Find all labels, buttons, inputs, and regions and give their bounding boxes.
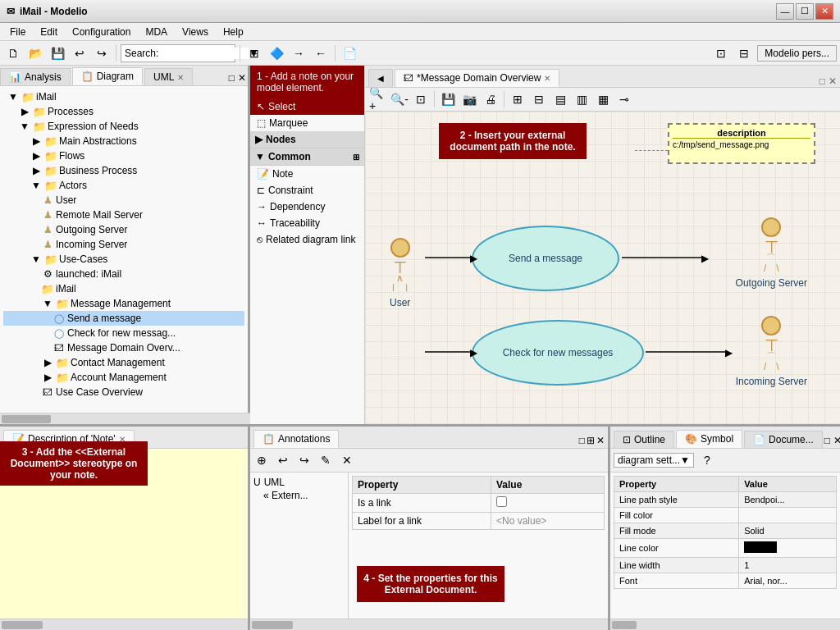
tree-item-usecases[interactable]: ▼ 📁 Use-Cases bbox=[3, 252, 244, 267]
dtb-btn4[interactable]: ▥ bbox=[572, 89, 591, 109]
toolbar-btn4[interactable]: ← bbox=[311, 43, 331, 63]
diagram-canvas[interactable]: 2 - Insert your external document path i… bbox=[365, 111, 840, 424]
tree-item-mainabs[interactable]: ▶ 📁 Main Abstractions bbox=[3, 134, 244, 148]
tool-note[interactable]: 📝 Note bbox=[250, 166, 364, 182]
diagram-tab-close[interactable]: ✕ bbox=[544, 74, 550, 83]
save-diagram-button[interactable]: 💾 bbox=[438, 89, 458, 109]
print-button[interactable]: 🖨 bbox=[481, 89, 500, 109]
zoom-out-button[interactable]: 🔍- bbox=[390, 89, 409, 109]
toolbar-btn1[interactable]: ⊞ bbox=[244, 43, 264, 63]
tree-item-accountmgmt[interactable]: ▶ 📁 Account Management bbox=[3, 370, 244, 385]
menu-configuration[interactable]: Configuration bbox=[66, 25, 137, 39]
menu-file[interactable]: File bbox=[3, 25, 32, 39]
diagram-panel-close[interactable]: ✕ bbox=[829, 75, 837, 87]
tree-item-imail[interactable]: ▼ 📁 iMail bbox=[3, 89, 244, 104]
left-scrollbar[interactable] bbox=[0, 413, 250, 424]
grid-button[interactable]: ⊞ bbox=[508, 89, 527, 109]
tree-item-user[interactable]: ♟ User bbox=[3, 193, 244, 208]
tree-item-checkmsg[interactable]: ◯ Check for new messag... bbox=[3, 326, 244, 340]
menu-mda[interactable]: MDA bbox=[139, 25, 174, 39]
menu-views[interactable]: Views bbox=[176, 25, 215, 39]
toolbar-redo[interactable]: ↪ bbox=[92, 43, 112, 63]
tree-item-contactmgmt[interactable]: ▶ 📁 Contact Management bbox=[3, 355, 244, 370]
tree-item-msgdomain[interactable]: 🗠 Message Domain Overv... bbox=[3, 340, 244, 355]
tab-outline[interactable]: ⊡ Outline bbox=[614, 431, 674, 448]
tree-panel[interactable]: ▼ 📁 iMail ▶ 📁 Processes ▼ 📁 Expression o… bbox=[0, 86, 248, 413]
toolbar-btn2[interactable]: 🔷 bbox=[267, 43, 286, 63]
tool-related[interactable]: ⎋ Related diagram link bbox=[250, 231, 364, 248]
actor-user[interactable]: ⊤ ∧ / \ User bbox=[390, 238, 410, 308]
prop-fillmode-value[interactable]: Solid bbox=[739, 523, 837, 539]
tab-uml[interactable]: UML ✕ bbox=[144, 68, 193, 85]
close-button[interactable]: ✕ bbox=[815, 3, 833, 20]
tab-message-domain[interactable]: 🗠 *Message Domain Overview ✕ bbox=[395, 69, 559, 87]
dtb-btn3[interactable]: ▤ bbox=[550, 89, 570, 109]
panel-minimize[interactable]: □ bbox=[229, 72, 235, 84]
tool-constraint[interactable]: ⊏ Constraint bbox=[250, 182, 364, 199]
toolbar-open[interactable]: 📂 bbox=[25, 43, 45, 63]
prop-panel-close[interactable]: ✕ bbox=[833, 435, 840, 446]
toolbar-new[interactable]: 🗋 bbox=[3, 43, 23, 63]
toolbar-perspective1[interactable]: ⊡ bbox=[711, 43, 731, 63]
toolbar-btn3[interactable]: → bbox=[289, 43, 308, 63]
ann-panel-close[interactable]: ✕ bbox=[596, 435, 605, 446]
perspective-button[interactable]: Modelio pers... bbox=[757, 45, 837, 62]
ann-tree-extern[interactable]: « Extern... bbox=[253, 489, 345, 502]
tool-dependency[interactable]: → Dependency bbox=[250, 199, 364, 215]
toolbar-save[interactable]: 💾 bbox=[48, 43, 67, 63]
search-input[interactable] bbox=[158, 48, 249, 59]
tree-item-usecaseoverview[interactable]: 🗠 Use Case Overview bbox=[3, 385, 244, 399]
tree-item-expneeds[interactable]: ▼ 📁 Expression of Needs bbox=[3, 119, 244, 134]
section-nodes[interactable]: ▶ Nodes bbox=[250, 131, 364, 148]
ann-scrollbar[interactable] bbox=[250, 619, 608, 630]
menu-edit[interactable]: Edit bbox=[34, 25, 64, 39]
dtb-btn6[interactable]: ⊸ bbox=[614, 89, 634, 109]
diagram-panel-minimize[interactable]: □ bbox=[819, 75, 825, 87]
prop-linewidth-value[interactable]: 1 bbox=[739, 558, 837, 573]
usecase-check-messages[interactable]: Check for new messages bbox=[472, 320, 644, 386]
ann-redo-button[interactable]: ↪ bbox=[294, 450, 314, 470]
uml-tab-close[interactable]: ✕ bbox=[177, 73, 184, 82]
ann-label-value[interactable]: <No value> bbox=[491, 513, 604, 530]
actor-incoming[interactable]: ⊤ ⌒ / \ Incoming Server bbox=[736, 316, 807, 387]
toolbar-undo[interactable]: ↩ bbox=[70, 43, 89, 63]
tree-item-flows[interactable]: ▶ 📁 Flows bbox=[3, 148, 244, 163]
align-button[interactable]: ⊟ bbox=[529, 89, 549, 109]
tool-traceability[interactable]: ↔ Traceability bbox=[250, 215, 364, 231]
ann-tree-uml[interactable]: U UML bbox=[253, 476, 345, 489]
ann-islink-value[interactable] bbox=[491, 494, 604, 513]
tool-select[interactable]: ↖ Select bbox=[250, 98, 364, 115]
ann-add-button[interactable]: ⊕ bbox=[252, 450, 272, 470]
menu-help[interactable]: Help bbox=[217, 25, 250, 39]
panel-close[interactable]: ✕ bbox=[238, 72, 246, 84]
ann-panel-maxrestore[interactable]: ⊞ bbox=[587, 435, 595, 446]
prop-panel-minimize[interactable]: □ bbox=[824, 435, 830, 446]
tab-diagram[interactable]: 📋 Diagram bbox=[72, 67, 143, 85]
tree-item-imail2[interactable]: 📁 iMail bbox=[3, 281, 244, 296]
tab-analysis[interactable]: 📊 Analysis bbox=[0, 68, 71, 85]
minimize-button[interactable]: — bbox=[776, 3, 794, 20]
islink-checkbox[interactable] bbox=[496, 496, 507, 507]
ann-delete-button[interactable]: ✕ bbox=[337, 450, 357, 470]
prop-linepath-value[interactable]: Bendpoi... bbox=[739, 492, 837, 508]
zoom-reset-button[interactable]: ⊡ bbox=[411, 89, 431, 109]
tree-item-msgmgmt[interactable]: ▼ 📁 Message Management bbox=[3, 296, 244, 311]
prop-font-value[interactable]: Arial, nor... bbox=[739, 573, 837, 589]
tab-symbol[interactable]: 🎨 Symbol bbox=[676, 430, 742, 448]
tree-item-actors[interactable]: ▼ 📁 Actors bbox=[3, 178, 244, 193]
prop-linecolor-value[interactable] bbox=[739, 539, 837, 558]
dtb-btn5[interactable]: ▦ bbox=[593, 89, 613, 109]
tool-marquee[interactable]: ⬚ Marquee bbox=[250, 115, 364, 131]
prop-help-button[interactable]: ? bbox=[697, 450, 717, 470]
note-element[interactable]: description c:/tmp/send_message.png bbox=[668, 123, 815, 164]
prop-scrollbar[interactable] bbox=[610, 619, 840, 630]
prop-fillcolor-value[interactable] bbox=[739, 508, 837, 523]
ann-undo-button[interactable]: ↩ bbox=[273, 450, 293, 470]
export-button[interactable]: 📷 bbox=[459, 89, 479, 109]
tree-item-remotemail[interactable]: ♟ Remote Mail Server bbox=[3, 208, 244, 222]
maximize-button[interactable]: ☐ bbox=[796, 3, 814, 20]
section-common[interactable]: ▼ Common ⊞ bbox=[250, 148, 364, 166]
toolbar-perspective2[interactable]: ⊟ bbox=[734, 43, 754, 63]
usecase-send-message[interactable]: Send a message bbox=[472, 226, 619, 291]
prop-dropdown[interactable]: diagram sett... ▼ bbox=[614, 453, 694, 468]
